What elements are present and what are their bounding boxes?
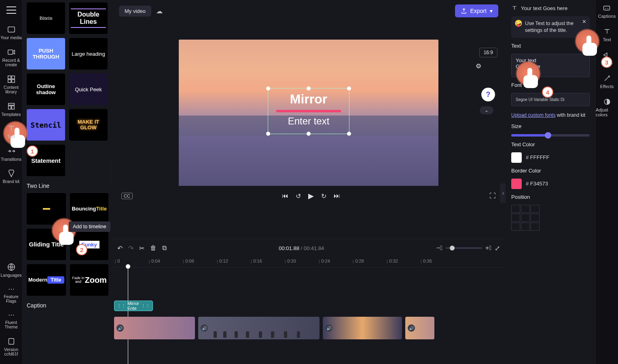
fit-icon[interactable]: ⤢ bbox=[495, 244, 500, 252]
label-border-color: Border Color bbox=[511, 168, 590, 174]
duplicate-icon[interactable]: ⧉ bbox=[162, 244, 167, 252]
rnav-text[interactable]: Text bbox=[603, 27, 611, 42]
svg-rect-7 bbox=[8, 106, 11, 109]
fullscreen-icon[interactable]: ⛶ bbox=[489, 192, 496, 200]
video-clip-2[interactable]: 🔊 bbox=[198, 317, 320, 339]
cc-toggle[interactable]: CC bbox=[121, 193, 133, 199]
skip-fwd-icon[interactable]: ⏭ bbox=[334, 192, 340, 200]
left-rail: Your media Record & create Content libra… bbox=[0, 0, 23, 364]
text-color-hex: # FFFFFF bbox=[526, 154, 550, 160]
undo-icon[interactable]: ↶ bbox=[117, 244, 123, 252]
tpl-stencil[interactable]: Stencil bbox=[27, 109, 65, 141]
rnav-audio[interactable]: Audio bbox=[601, 51, 612, 65]
properties-panel: Your text Goes here 🤪 Use Text to adjust… bbox=[506, 0, 595, 364]
gear-icon[interactable]: ⚙ bbox=[476, 62, 481, 70]
nav-transitions[interactable]: Transitions bbox=[0, 147, 23, 162]
audio-icon: 🔊 bbox=[325, 324, 332, 332]
tpl-double-lines[interactable]: Double Lines bbox=[69, 2, 108, 34]
tpl-make-it-glow[interactable]: MAKE IT GLOW bbox=[69, 109, 108, 141]
border-color-swatch[interactable] bbox=[511, 179, 522, 189]
text-clip[interactable]: ⋮⋮ Mirror Ente ⋮⋮ bbox=[114, 301, 153, 311]
tpl-bitein[interactable]: Bitein bbox=[27, 2, 65, 34]
preview-canvas[interactable]: Mirror Enter text bbox=[179, 40, 438, 186]
position-grid[interactable] bbox=[511, 205, 590, 231]
nav-content-library[interactable]: Content library bbox=[0, 75, 23, 95]
section-two-line: Two Line bbox=[27, 183, 108, 189]
close-icon[interactable]: ✕ bbox=[582, 19, 586, 25]
text-input[interactable]: Your text Goes here bbox=[511, 54, 590, 77]
tpl-gliding-title[interactable]: Gliding Title bbox=[27, 229, 66, 260]
nav-your-media[interactable]: Your media bbox=[0, 25, 23, 40]
nav-record-create[interactable]: Record & create bbox=[0, 48, 23, 67]
rewind-icon[interactable]: ↺ bbox=[296, 192, 301, 200]
redo-icon[interactable]: ↷ bbox=[128, 244, 133, 252]
zoom-slider[interactable] bbox=[446, 247, 482, 249]
nav-templates[interactable]: Templates bbox=[0, 102, 23, 117]
export-button[interactable]: Export ▾ bbox=[455, 4, 498, 17]
label-text: Text bbox=[511, 43, 590, 49]
chevron-down-icon: ▾ bbox=[490, 8, 493, 14]
font-select[interactable]: Segoe UI Variable Static Di bbox=[511, 93, 590, 106]
tpl-statement[interactable]: Statement bbox=[27, 145, 65, 176]
tpl-twoline-1[interactable] bbox=[27, 193, 66, 225]
rnav-adjust-colors[interactable]: Adjust colors bbox=[596, 98, 618, 117]
nav-fluent-theme[interactable]: ⋯Fluent Theme bbox=[0, 311, 23, 330]
collapse-down-icon[interactable]: ⌄ bbox=[480, 106, 493, 114]
tpl-large-heading[interactable]: Large heading bbox=[69, 38, 108, 69]
split-icon[interactable]: ✂ bbox=[139, 244, 144, 252]
nav-languages[interactable]: Languages bbox=[0, 263, 23, 278]
zoom-controls: −⃝ +⃝ ⤢ bbox=[436, 244, 500, 252]
nav-brand-kit[interactable]: Brand kit bbox=[0, 169, 23, 184]
playhead[interactable] bbox=[128, 267, 128, 364]
label-size: Size bbox=[511, 123, 590, 129]
video-clip-3[interactable]: 🔊 bbox=[323, 317, 402, 339]
center-column: My video ☁ Export ▾ 16:9 ⚙ Mirror Enter … bbox=[112, 0, 506, 364]
preview-text-line1: Mirror bbox=[268, 92, 349, 107]
right-rail: Captions Text Audio Effects Adjust color… bbox=[595, 0, 618, 364]
cloud-sync-icon[interactable]: ☁ bbox=[156, 7, 163, 15]
text-selection-box[interactable]: Mirror Enter text bbox=[268, 88, 349, 134]
menu-icon[interactable] bbox=[6, 6, 16, 14]
timecode: 00:01.88 / 00:41.84 bbox=[279, 245, 324, 251]
tpl-outline-shadow[interactable]: Outline shadow bbox=[27, 74, 65, 105]
nav-feature-flags[interactable]: ⋯Feature Flags bbox=[0, 285, 23, 304]
tpl-push-through[interactable]: PUSH THROUGH bbox=[27, 38, 65, 69]
play-icon[interactable]: ▶ bbox=[308, 191, 314, 200]
topbar: My video ☁ Export ▾ bbox=[112, 0, 506, 22]
audio-icon: 🔊 bbox=[201, 324, 208, 332]
nav-version[interactable]: Version ccfd61f bbox=[0, 337, 23, 357]
timeline-ruler[interactable]: 0 0:04 0:08 0:12 0:16 0:20 0:24 0:28 0:3… bbox=[112, 257, 506, 267]
zoom-in-icon[interactable]: +⃝ bbox=[485, 244, 491, 252]
tpl-quick-peek[interactable]: Quick Peek bbox=[69, 74, 108, 105]
tpl-bouncing-title[interactable]: BouncingTitle bbox=[70, 193, 108, 225]
zoom-out-icon[interactable]: −⃝ bbox=[436, 244, 442, 252]
tip-callout: 🤪 Use Text to adjust the settings of the… bbox=[511, 16, 590, 38]
border-color-hex: # F34573 bbox=[526, 181, 548, 187]
preview-text-line2: Enter text bbox=[268, 116, 349, 127]
delete-icon[interactable]: 🗑 bbox=[150, 244, 157, 252]
tpl-fade-zoom[interactable]: Fade in andZoom bbox=[70, 264, 108, 296]
section-caption: Caption bbox=[27, 302, 108, 309]
tpl-funky[interactable]: Funky bbox=[70, 229, 108, 260]
svg-rect-11 bbox=[604, 6, 610, 10]
text-color-swatch[interactable] bbox=[511, 152, 522, 163]
skip-back-icon[interactable]: ⏮ bbox=[282, 192, 288, 200]
svg-rect-4 bbox=[8, 80, 11, 82]
forward-icon[interactable]: ↻ bbox=[321, 192, 326, 200]
video-clip-4[interactable]: 🔊 bbox=[405, 317, 434, 339]
nav-text[interactable]: Text bbox=[0, 124, 23, 139]
svg-rect-2 bbox=[8, 76, 11, 78]
timeline-tracks[interactable]: ⋮⋮ Mirror Ente ⋮⋮ 🔊 🔊 🔊 🔊 bbox=[112, 267, 506, 364]
svg-rect-1 bbox=[8, 50, 13, 54]
help-button[interactable]: ? bbox=[481, 88, 495, 101]
project-name[interactable]: My video bbox=[119, 6, 151, 17]
rnav-effects[interactable]: Effects bbox=[600, 74, 614, 89]
tpl-modern-title[interactable]: ModernTitle bbox=[27, 264, 66, 296]
rnav-captions[interactable]: Captions bbox=[598, 4, 616, 19]
aspect-ratio-button[interactable]: 16:9 bbox=[479, 48, 497, 57]
size-slider[interactable] bbox=[511, 134, 590, 137]
audio-icon: 🔊 bbox=[116, 324, 124, 332]
video-clip-1[interactable]: 🔊 bbox=[114, 317, 195, 339]
templates-panel: Bitein Double Lines PUSH THROUGH Large h… bbox=[23, 0, 112, 364]
upload-fonts-link[interactable]: Upload custom fonts bbox=[511, 112, 555, 118]
